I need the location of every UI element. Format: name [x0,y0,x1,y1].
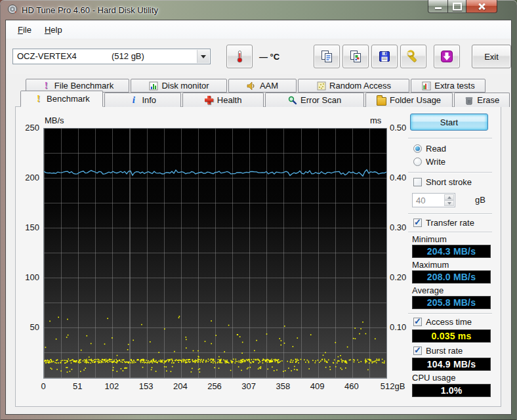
aam-icon [247,81,257,91]
benchmark-page: MB/s ms 25020015010050 0.500.400.300.200… [15,106,501,407]
start-button[interactable]: Start [410,114,488,131]
erase-icon [464,95,474,105]
benchmark-icon [33,94,43,104]
options-button[interactable] [400,45,426,68]
thermometer-icon [232,49,247,64]
copy-screenshot-icon [348,49,363,64]
client-area: File Help OCZ-VERTEX4 (512 gB) — °C [5,20,512,415]
average-value: 205.8 MB/s [412,296,491,309]
x-tick: 204 [173,381,188,391]
cpu-usage-label: CPU usage [412,373,455,383]
tab-random-access[interactable]: Random Access [298,79,409,93]
info-icon [129,95,138,105]
y-left-tick: 250 [16,123,39,133]
separator [408,313,492,314]
tab-folder-usage[interactable]: Folder Usage [365,93,453,107]
burst-rate-label: Burst rate [426,346,463,356]
menu-bar: File Help [6,20,511,39]
spinner-down-button[interactable] [444,200,454,206]
close-button[interactable] [466,0,497,13]
access-time-value: 0.035 ms [412,329,491,343]
drive-name: OCZ-VERTEX4 [17,51,77,61]
minimize-button[interactable] [428,0,447,13]
y-right-axis-unit: ms [370,116,381,125]
copy-report-button[interactable] [314,45,340,68]
x-tick: 256 [207,381,222,391]
x-tick: 153 [139,381,154,391]
x-tick: 358 [276,381,291,391]
error-scan-icon [287,95,297,105]
exit-button[interactable]: Exit [472,45,511,68]
tab-error-scan[interactable]: Error Scan [265,93,364,107]
scroll-icon [440,49,454,64]
separator [408,232,492,233]
menu-file[interactable]: File [11,23,38,37]
title-bar[interactable]: HD Tune Pro 4.60 - Hard Disk Utility [0,0,517,20]
spinner-up-button[interactable] [444,194,454,200]
y-left-tick: 200 [16,173,39,182]
transfer-rate-checkbox[interactable] [413,219,422,227]
x-tick: 307 [241,381,256,391]
y-left-tick: 100 [16,272,39,282]
options-icon [406,49,421,64]
short-stroke-size-spinner[interactable]: 40 [412,193,455,207]
extra-tests-icon [421,81,431,91]
y-right-tick: 0.50 [390,123,406,133]
maximum-value: 208.0 MB/s [412,270,491,284]
temperature-readout: — °C [259,52,279,62]
tab-aam[interactable]: AAM [228,79,297,93]
y-left-tick: 50 [16,322,39,332]
short-stroke-checkbox[interactable] [413,178,422,186]
tab-info[interactable]: Info [104,93,181,107]
app-window: HD Tune Pro 4.60 - Hard Disk Utility Fil… [0,0,517,420]
tab-erase[interactable]: Erase [454,93,510,107]
window-title: HD Tune Pro 4.60 - Hard Disk Utility [22,5,158,15]
file-benchmark-icon [41,81,51,91]
write-radio-label: Write [426,157,445,167]
copy-screenshot-button[interactable] [342,45,369,68]
x-tick: 0 [41,381,45,391]
read-radio-label: Read [426,144,446,154]
temperature-button[interactable] [226,45,253,68]
write-radio[interactable] [413,158,422,166]
y-right-tick: 0.30 [390,222,406,232]
tab-extra-tests[interactable]: Extra tests [411,79,486,93]
tab-health[interactable]: Health [182,93,264,107]
benchmark-controls: Start Read Write Short stroke 40 [408,107,493,406]
tab-benchmark[interactable]: Benchmark [20,91,103,107]
drive-select[interactable]: OCZ-VERTEX4 (512 gB) [12,49,211,64]
short-stroke-label: Short stroke [426,177,472,187]
access-time-label: Access time [426,317,472,327]
transfer-rate-line [44,170,386,177]
tab-strip: File Benchmark Disk monitor [6,79,511,107]
maximize-icon [453,3,462,10]
transfer-rate-label: Transfer rate [426,218,474,228]
access-time-checkbox[interactable] [413,318,422,326]
x-tick: 460 [344,381,359,391]
disk-monitor-icon [148,81,158,91]
burst-rate-value: 104.9 MB/s [412,358,491,371]
tab-disk-monitor[interactable]: Disk monitor [131,79,227,93]
separator [408,213,492,215]
save-screenshot-button[interactable] [371,45,398,68]
scroll-button[interactable] [434,45,460,68]
random-access-icon [316,81,326,91]
chevron-down-icon [197,50,209,63]
burst-rate-checkbox[interactable] [413,346,422,355]
cpu-usage-value: 1.0% [412,384,491,397]
close-icon [478,3,486,10]
x-tick: 51 [73,381,82,391]
maximize-button[interactable] [447,0,466,13]
health-icon [205,96,213,104]
benchmark-chart [43,128,387,379]
maximum-label: Maximum [412,260,449,270]
y-left-axis-unit: MB/s [45,116,64,125]
app-icon [7,4,18,16]
x-tick: 512gB [381,381,405,391]
read-radio[interactable] [413,144,422,153]
y-right-tick: 0.10 [390,322,406,332]
average-label: Average [412,285,444,295]
menu-help[interactable]: Help [38,23,69,37]
x-tick: 102 [105,381,119,391]
short-stroke-unit: gB [475,195,486,205]
